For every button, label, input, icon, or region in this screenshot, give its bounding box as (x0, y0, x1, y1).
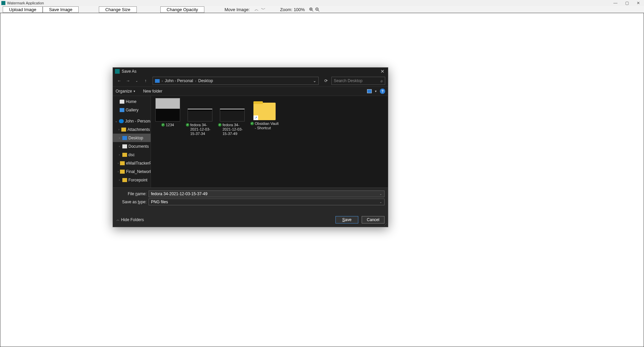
nav-back-button[interactable]: ← (116, 77, 123, 84)
savetype-select[interactable]: PNG files⌄ (149, 199, 385, 205)
minimize-button[interactable]: — (610, 0, 621, 6)
svg-line-1 (312, 10, 313, 11)
filename-label: File name: (116, 192, 147, 196)
move-image-label: Move Image: (221, 7, 253, 12)
folder-icon (122, 178, 127, 182)
savetype-row: Save as type: PNG files⌄ (116, 199, 385, 205)
search-placeholder: Search Desktop (334, 78, 362, 83)
breadcrumb-root[interactable]: John - Personal (165, 78, 193, 83)
dropdown-icon[interactable]: ⌄ (379, 192, 382, 196)
savetype-value: PNG files (151, 200, 168, 204)
breadcrumb-dropdown-icon[interactable]: ⌄ (313, 78, 316, 83)
pc-icon (155, 79, 160, 83)
expand-icon[interactable]: › (118, 145, 121, 148)
sidebar-item-dsc[interactable]: ›dsc (113, 150, 151, 159)
sidebar-item-documents[interactable]: ›Documents (113, 142, 151, 150)
change-opacity-label: Change Opacity (167, 7, 198, 12)
move-down-button[interactable]: ﹀ (260, 7, 266, 12)
sync-status-icon: ✓ (186, 123, 189, 127)
sidebar-item-forcepoint[interactable]: ›Forcepoint (113, 176, 151, 184)
sidebar-item-desktop[interactable]: ›Desktop (113, 134, 151, 142)
folder-icon (122, 153, 127, 157)
file-item-obsidian[interactable]: ↗ ✓Obsidian Vault - Shortcut (250, 98, 279, 136)
save-label: Save Image (49, 7, 72, 12)
move-up-button[interactable]: ︿ (254, 7, 259, 12)
breadcrumb[interactable]: › John - Personal › Desktop ⌄ (153, 77, 319, 85)
change-size-button[interactable]: Change Size (99, 6, 136, 13)
save-image-button[interactable]: Save Image (43, 6, 79, 13)
change-opacity-button[interactable]: Change Opacity (160, 6, 204, 13)
view-mode-button[interactable] (367, 89, 372, 93)
filename-row: File name: fedora 34-2021-12-03-15-37-49… (116, 190, 385, 197)
nav-recent-button[interactable]: ⌄ (133, 77, 140, 84)
help-button[interactable]: ? (380, 89, 385, 94)
zoom-label: Zoom: 100% (277, 7, 308, 12)
dialog-titlebar: Save As ✕ (113, 68, 388, 75)
sidebar-label: John - Personal (125, 119, 151, 124)
sidebar-label: Final_Network (126, 169, 151, 174)
file-item-fedora2[interactable]: ✓fedora 34-2021-12-03-15-37-49 (218, 98, 246, 136)
sidebar-item-personal[interactable]: ⌄John - Personal (113, 117, 151, 125)
sidebar-label: Home (126, 99, 136, 104)
window-controls: — ▢ ✕ (610, 0, 644, 6)
search-input[interactable]: Search Desktop ⌕ (331, 77, 385, 85)
chevron-down-icon[interactable]: ▼ (374, 90, 377, 93)
upload-label: Upload Image (9, 7, 36, 12)
sidebar: Home Gallery ⌄John - Personal ›Attachmen… (113, 96, 151, 187)
organize-menu[interactable]: Organize▼ (116, 89, 136, 94)
upload-image-button[interactable]: Upload Image (3, 6, 43, 13)
expand-icon[interactable]: › (118, 128, 120, 131)
file-label: Obsidian Vault - Shortcut (255, 122, 279, 130)
sync-status-icon: ✓ (218, 123, 222, 127)
sidebar-item-attachments[interactable]: ›Attachments (113, 125, 151, 134)
dialog-toolbar: Organize▼ New folder ▼ ? (113, 86, 388, 96)
zoom-in-icon (309, 7, 314, 12)
maximize-button[interactable]: ▢ (621, 0, 633, 6)
dialog-close-button[interactable]: ✕ (379, 69, 386, 74)
file-area[interactable]: ✓1234 ✓fedora 34-2021-12-03-15-37-34 ✓fe… (151, 96, 388, 187)
document-icon (122, 144, 127, 148)
zoom-in-button[interactable] (309, 7, 314, 12)
cancel-button[interactable]: Cancel (362, 216, 385, 223)
expand-icon[interactable]: › (118, 178, 121, 182)
save-button[interactable]: Save (335, 216, 358, 223)
new-folder-label: New folder (143, 89, 162, 94)
dialog-nav: ← → ⌄ ↑ › John - Personal › Desktop ⌄ ⟳ … (113, 75, 388, 86)
file-item-1234[interactable]: ✓1234 (154, 98, 182, 136)
nav-up-button[interactable]: ↑ (142, 77, 149, 84)
sidebar-item-email[interactable]: ›eMailTrackerPro (113, 159, 151, 167)
sidebar-label: Documents (128, 144, 149, 149)
titlebar: Watermark Application — ▢ ✕ (0, 0, 644, 6)
zoom-out-icon (315, 7, 320, 12)
expand-icon[interactable]: › (118, 153, 121, 157)
search-icon: ⌕ (380, 78, 383, 83)
sidebar-label: Gallery (126, 108, 138, 112)
dropdown-icon[interactable]: ⌄ (379, 200, 382, 204)
sidebar-item-home[interactable]: Home (113, 97, 151, 106)
sidebar-item-final[interactable]: ›Final_Network (113, 167, 151, 176)
breadcrumb-current[interactable]: Desktop (198, 78, 213, 83)
gallery-icon (120, 108, 124, 112)
desktop-icon (122, 136, 127, 140)
sidebar-label: eMailTrackerPro (126, 161, 151, 166)
resize-grip-icon[interactable]: ⋰ (384, 222, 387, 226)
hide-folders-button[interactable]: ︿Hide Folders (116, 217, 144, 222)
collapse-icon[interactable]: ⌄ (115, 119, 118, 123)
app-title: Watermark Application (7, 1, 44, 5)
nav-forward-button[interactable]: → (124, 77, 132, 84)
file-item-fedora1[interactable]: ✓fedora 34-2021-12-03-15-37-34 (186, 98, 214, 136)
refresh-button[interactable]: ⟳ (322, 77, 330, 85)
sidebar-label: Attachments (127, 127, 150, 132)
sidebar-item-gallery[interactable]: Gallery (113, 106, 151, 114)
filename-input[interactable]: fedora 34-2021-12-03-15-37-49⌄ (149, 190, 385, 197)
shortcut-overlay-icon: ↗ (253, 115, 258, 120)
chevron-right-icon: › (162, 79, 163, 83)
expand-icon[interactable]: › (118, 162, 119, 165)
expand-icon[interactable]: › (118, 136, 121, 140)
zoom-out-button[interactable] (315, 7, 320, 12)
new-folder-button[interactable]: New folder (143, 89, 162, 94)
expand-icon[interactable]: › (118, 170, 119, 173)
close-button[interactable]: ✕ (633, 0, 644, 6)
home-icon (120, 100, 124, 104)
sidebar-label: Desktop (128, 136, 143, 140)
